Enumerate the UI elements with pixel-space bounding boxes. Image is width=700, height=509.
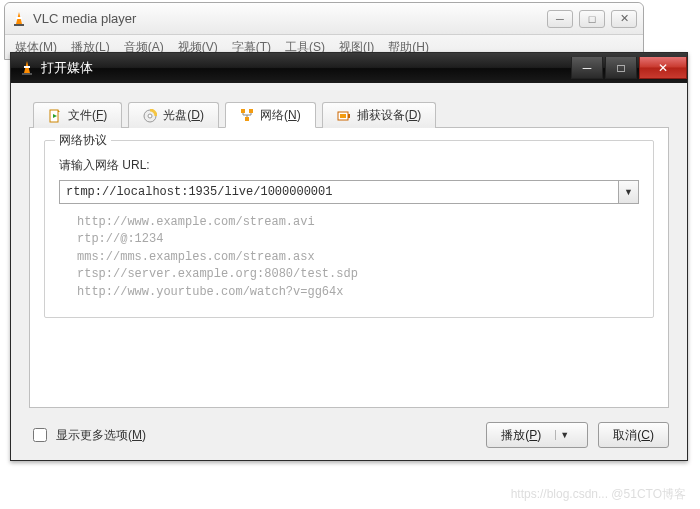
svg-point-10 (148, 114, 152, 118)
open-media-dialog: 打开媒体 ─ □ ✕ 文件(F) 光盘(D) 网络(N) 捕获设备(D) (10, 52, 688, 461)
maximize-button[interactable]: □ (579, 10, 605, 28)
tab-network[interactable]: 网络(N) (225, 102, 316, 128)
tab-strip: 文件(F) 光盘(D) 网络(N) 捕获设备(D) (29, 101, 669, 128)
url-dropdown-button[interactable]: ▼ (619, 180, 639, 204)
tab-file[interactable]: 文件(F) (33, 102, 122, 128)
tab-capture[interactable]: 捕获设备(D) (322, 102, 437, 128)
svg-rect-15 (340, 114, 346, 118)
svg-rect-4 (24, 66, 30, 68)
dialog-minimize-button[interactable]: ─ (571, 57, 603, 79)
svg-rect-11 (241, 109, 245, 113)
vlc-icon (11, 11, 27, 27)
svg-rect-5 (22, 73, 32, 75)
svg-marker-7 (58, 110, 60, 112)
dialog-maximize-button[interactable]: □ (605, 57, 637, 79)
dialog-close-button[interactable]: ✕ (639, 57, 687, 79)
tab-disc[interactable]: 光盘(D) (128, 102, 219, 128)
svg-rect-12 (249, 109, 253, 113)
network-protocol-group: 网络协议 请输入网络 URL: ▼ http://www.example.com… (44, 140, 654, 318)
close-button[interactable]: ✕ (611, 10, 637, 28)
svg-rect-13 (245, 117, 249, 121)
network-panel: 网络协议 请输入网络 URL: ▼ http://www.example.com… (29, 128, 669, 408)
url-examples: http://www.example.com/stream.avi rtp://… (77, 214, 639, 301)
more-options-input[interactable] (33, 428, 47, 442)
disc-icon (143, 109, 157, 123)
main-title: VLC media player (33, 11, 547, 26)
url-input[interactable] (59, 180, 619, 204)
network-icon (240, 108, 254, 122)
svg-rect-1 (16, 17, 22, 19)
cancel-button[interactable]: 取消(C) (598, 422, 669, 448)
capture-icon (337, 109, 351, 123)
watermark: https://blog.csdn... @51CTO博客 (511, 486, 686, 503)
file-icon (48, 109, 62, 123)
main-titlebar: VLC media player ─ □ ✕ (5, 3, 643, 35)
url-label: 请输入网络 URL: (59, 157, 639, 174)
dialog-title: 打开媒体 (41, 59, 569, 77)
play-button[interactable]: 播放(P) ▼ (486, 422, 588, 448)
vlc-icon (19, 60, 35, 76)
chevron-down-icon: ▼ (560, 430, 569, 440)
dialog-titlebar: 打开媒体 ─ □ ✕ (11, 53, 687, 83)
more-options-checkbox[interactable]: 显示更多选项(M) (29, 425, 146, 445)
minimize-button[interactable]: ─ (547, 10, 573, 28)
play-split-button[interactable]: ▼ (555, 430, 573, 440)
svg-rect-2 (14, 24, 24, 26)
svg-rect-16 (348, 114, 350, 118)
group-title: 网络协议 (55, 132, 111, 149)
